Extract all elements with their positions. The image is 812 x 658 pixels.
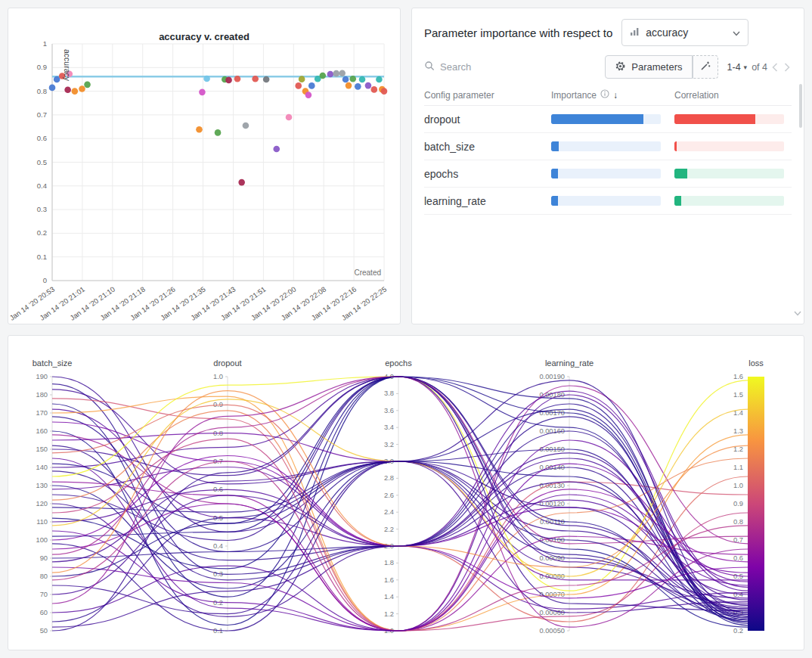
svg-text:100: 100 bbox=[36, 536, 48, 544]
parallel-coordinates-panel: batch_size506070809010011012013014015016… bbox=[8, 335, 804, 650]
svg-text:0.2: 0.2 bbox=[37, 228, 47, 237]
svg-text:0.8: 0.8 bbox=[37, 87, 47, 95]
column-header-correlation: Correlation bbox=[674, 90, 792, 101]
svg-text:80: 80 bbox=[40, 573, 48, 580]
chevron-right-icon[interactable] bbox=[783, 63, 792, 72]
svg-text:110: 110 bbox=[36, 518, 48, 526]
search-icon bbox=[424, 61, 435, 74]
info-icon[interactable] bbox=[600, 89, 609, 101]
importance-table-row[interactable]: batch_size bbox=[424, 133, 792, 160]
chevron-down-icon bbox=[733, 27, 740, 39]
parameters-button[interactable]: Parameters bbox=[605, 55, 692, 79]
svg-text:90: 90 bbox=[40, 554, 48, 562]
importance-table-row[interactable]: learning_rate bbox=[424, 188, 792, 215]
scatter-panel: accuracy v. created 00.10.20.30.40.50.60… bbox=[8, 8, 401, 324]
pagination-range[interactable]: 1-4 bbox=[727, 62, 741, 73]
svg-text:1.5: 1.5 bbox=[733, 391, 743, 399]
pagination-total: of 4 bbox=[752, 62, 767, 73]
parallel-coordinates-svg: batch_size506070809010011012013014015016… bbox=[8, 336, 804, 650]
config-parameter-name: dropout bbox=[424, 113, 551, 126]
svg-text:dropout: dropout bbox=[213, 358, 241, 368]
svg-text:2.4: 2.4 bbox=[384, 508, 394, 516]
svg-text:batch_size: batch_size bbox=[33, 358, 73, 368]
svg-text:1: 1 bbox=[43, 39, 47, 48]
svg-text:2.6: 2.6 bbox=[384, 492, 394, 499]
importance-table: Config parameter Importance ↓ Correlatio… bbox=[424, 85, 792, 215]
svg-text:170: 170 bbox=[36, 409, 48, 417]
svg-text:150: 150 bbox=[36, 445, 48, 453]
svg-text:0.9: 0.9 bbox=[37, 63, 47, 71]
metric-dropdown[interactable]: accuracy bbox=[621, 19, 748, 46]
gear-icon bbox=[615, 61, 626, 74]
svg-text:130: 130 bbox=[36, 482, 48, 489]
scrollbar-thumb[interactable] bbox=[799, 84, 802, 128]
caret-down-icon[interactable]: ▾ bbox=[744, 64, 748, 71]
magic-wand-button[interactable] bbox=[693, 55, 718, 79]
config-parameter-name: batch_size bbox=[424, 141, 551, 153]
svg-text:60: 60 bbox=[40, 609, 48, 616]
scroll-down-icon[interactable] bbox=[794, 306, 801, 319]
parallel-coordinates-chart[interactable]: batch_size506070809010011012013014015016… bbox=[8, 336, 804, 650]
svg-text:Created: Created bbox=[354, 268, 381, 277]
correlation-bar bbox=[674, 141, 784, 151]
correlation-bar bbox=[674, 196, 784, 206]
svg-text:0.1: 0.1 bbox=[37, 253, 47, 261]
config-parameter-name: learning_rate bbox=[424, 195, 551, 207]
svg-text:0.4: 0.4 bbox=[213, 542, 223, 550]
svg-text:0.00050: 0.00050 bbox=[539, 627, 565, 635]
search-input[interactable] bbox=[440, 61, 538, 73]
importance-panel-title: Parameter importance with respect to bbox=[424, 26, 612, 39]
correlation-bar bbox=[674, 169, 784, 178]
svg-text:3.8: 3.8 bbox=[384, 390, 394, 397]
svg-text:180: 180 bbox=[36, 391, 48, 399]
svg-text:accuracy: accuracy bbox=[63, 49, 72, 82]
svg-text:0.8: 0.8 bbox=[733, 518, 743, 526]
magic-wand-icon bbox=[700, 61, 711, 73]
importance-table-row[interactable]: dropout bbox=[424, 106, 792, 133]
scatter-chart[interactable]: 00.10.20.30.40.50.60.70.80.91Jan 14 '20 … bbox=[8, 8, 400, 324]
svg-text:70: 70 bbox=[40, 591, 48, 598]
svg-text:1.0: 1.0 bbox=[733, 482, 743, 489]
parameters-button-label: Parameters bbox=[631, 61, 682, 73]
svg-text:0.9: 0.9 bbox=[733, 500, 743, 507]
svg-text:1.6: 1.6 bbox=[733, 373, 743, 380]
svg-text:0.00110: 0.00110 bbox=[540, 518, 565, 526]
importance-bar bbox=[551, 114, 661, 124]
svg-text:1.4: 1.4 bbox=[384, 593, 394, 601]
parameter-importance-panel: Parameter importance with respect to acc… bbox=[411, 8, 804, 324]
importance-bar bbox=[551, 141, 661, 151]
scatter-plot-svg: 00.10.20.30.40.50.60.70.80.91Jan 14 '20 … bbox=[8, 8, 400, 324]
svg-text:0.5: 0.5 bbox=[37, 158, 47, 166]
column-header-config-parameter: Config parameter bbox=[424, 90, 551, 101]
svg-text:1.1: 1.1 bbox=[733, 464, 743, 471]
svg-text:140: 140 bbox=[36, 464, 48, 471]
importance-table-row[interactable]: epochs bbox=[424, 160, 792, 188]
dashboard: accuracy v. created 00.10.20.30.40.50.60… bbox=[0, 0, 812, 658]
svg-text:0.3: 0.3 bbox=[37, 205, 47, 213]
svg-text:0.7: 0.7 bbox=[37, 110, 47, 119]
metric-dropdown-value: accuracy bbox=[646, 26, 727, 39]
svg-text:3.6: 3.6 bbox=[384, 407, 394, 414]
svg-text:0.2: 0.2 bbox=[733, 627, 743, 635]
svg-text:50: 50 bbox=[40, 627, 48, 635]
chevron-left-icon[interactable] bbox=[770, 63, 779, 72]
sort-descending-icon[interactable]: ↓ bbox=[613, 90, 618, 101]
svg-text:1.0: 1.0 bbox=[213, 373, 223, 380]
svg-text:3.2: 3.2 bbox=[384, 441, 394, 448]
svg-text:0.6: 0.6 bbox=[37, 134, 47, 142]
importance-bar bbox=[551, 169, 661, 178]
svg-text:0.4: 0.4 bbox=[37, 182, 47, 190]
search-box bbox=[424, 61, 538, 74]
config-parameter-name: epochs bbox=[424, 168, 551, 180]
svg-text:0: 0 bbox=[43, 276, 47, 284]
importance-bar bbox=[551, 196, 661, 206]
svg-text:learning_rate: learning_rate bbox=[545, 358, 594, 368]
svg-text:loss: loss bbox=[748, 358, 764, 368]
svg-text:0.00190: 0.00190 bbox=[539, 373, 565, 380]
correlation-bar bbox=[674, 114, 784, 124]
svg-text:epochs: epochs bbox=[385, 358, 412, 368]
svg-text:1.2: 1.2 bbox=[384, 610, 394, 618]
svg-text:1.6: 1.6 bbox=[384, 576, 394, 584]
bar-chart-icon bbox=[630, 26, 640, 39]
column-header-importance: Importance bbox=[551, 90, 597, 101]
